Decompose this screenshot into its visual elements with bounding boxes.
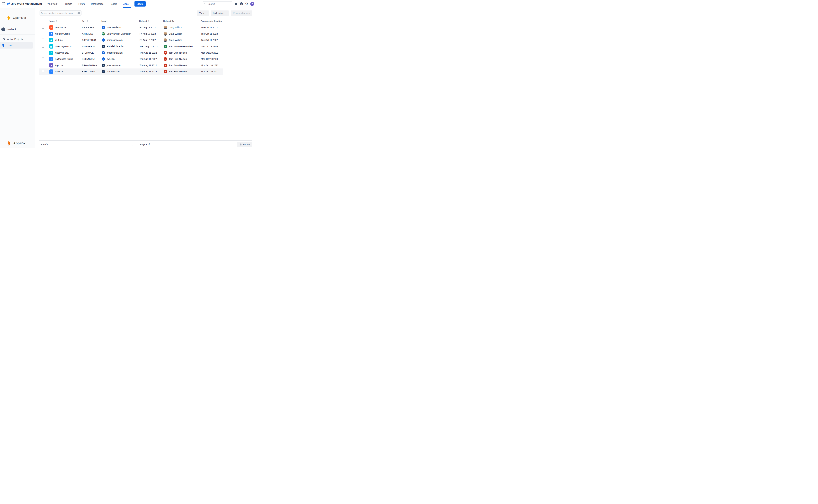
chevron-down-icon (58, 3, 60, 4)
column-header-deleted[interactable]: Deleted (137, 20, 162, 22)
header-checkbox-spacer (39, 20, 47, 22)
table-row[interactable]: ☁ Agzu Inc. BRWAAWBXA J jane.rotanson Th… (39, 62, 223, 69)
top-navigation-bar: Jira Work Management Your work Projects … (0, 0, 257, 8)
column-header-lead[interactable]: Lead (100, 20, 137, 22)
appfox-title: AppFox (13, 141, 25, 145)
help-icon[interactable]: ? (240, 2, 243, 5)
lead-name: abdullah.ibrahim (107, 45, 123, 48)
user-avatar[interactable]: JR (250, 2, 254, 6)
lead-avatar: A (102, 38, 105, 42)
table-row[interactable]: ◉ Viuf Inc. AKTVXTTMQ A amar.sundaram Fr… (39, 37, 223, 43)
column-header-name[interactable]: Name (47, 20, 80, 22)
deleted-by-name: Craig Willson (169, 26, 182, 29)
table-row[interactable]: ☺ Kaifaenate Group BRLNNMOJ E eva.lien T… (39, 56, 223, 62)
deleted-by-avatar (163, 38, 167, 42)
deleted-by-avatar: TB (163, 57, 167, 61)
nav-item-your-work[interactable]: Your work (45, 0, 62, 8)
project-key: BRJMWQEP (80, 51, 100, 54)
deleted-by-avatar (163, 32, 167, 36)
nav-item-projects[interactable]: Projects (62, 0, 76, 8)
chevron-down-icon (226, 12, 227, 13)
row-checkbox[interactable] (42, 26, 44, 29)
row-checkbox[interactable] (42, 39, 44, 41)
row-checkbox[interactable] (42, 70, 44, 73)
lead-name: taha.kandamir (107, 26, 121, 29)
clear-search-icon[interactable]: × (77, 12, 80, 14)
column-header-deleted-by[interactable]: Deleted By (162, 20, 199, 22)
permanently-deleting-date: Mon Oct 10 2022 (199, 64, 223, 67)
row-checkbox[interactable] (42, 64, 44, 66)
table-row[interactable]: ▲ Woet Ltd. BSHUZMIBJ O omar.darboe Thu … (39, 68, 223, 75)
deleted-by-name: Tom Buhl-Nielsen (169, 64, 187, 67)
export-button[interactable]: Export (237, 142, 252, 147)
row-checkbox[interactable] (42, 32, 44, 35)
trashed-projects-table: Name Key Lead Deleted Deleted By Permane… (39, 19, 223, 75)
notifications-bell-icon[interactable] (235, 2, 238, 6)
deleted-by-avatar: T (163, 45, 167, 48)
project-key: BRWAAWBXA (80, 64, 100, 67)
deleted-by-avatar: TB (163, 64, 167, 67)
folder-icon (2, 38, 5, 41)
nav-item-dashboards[interactable]: Dashboards (89, 0, 108, 8)
pagination: ← Page 1 of 1 → (131, 143, 160, 146)
project-key: BSHUZMIBJ (80, 70, 100, 73)
lead-name: amar.sundaram (107, 51, 122, 54)
table-row[interactable]: ☻ Nekguv Group AKRMGKST BW Ben Warwick-C… (39, 31, 223, 37)
project-avatar-icon: ☻ (49, 32, 53, 36)
optimizer-title: Optimizer (13, 16, 26, 20)
deleted-by-avatar (163, 26, 167, 29)
deleted-date: Thu Aug 11 2022 (137, 70, 162, 73)
trash-search-box[interactable]: × (39, 10, 81, 16)
table-header-row: Name Key Lead Deleted Deleted By Permane… (39, 19, 223, 23)
nav-item-apps[interactable]: Apps (121, 0, 133, 8)
appfox-brand: AppFox (0, 140, 35, 148)
column-header-permanently-deleting[interactable]: Permanently Deleting (199, 20, 223, 22)
trash-toolbar: × View Bulk action Review changes (39, 10, 252, 16)
settings-gear-icon[interactable]: ⚙ (245, 2, 248, 6)
global-search-input[interactable] (208, 3, 231, 5)
nav-item-filters[interactable]: Filters (76, 0, 89, 8)
sort-icon (87, 20, 88, 22)
project-key: AKRMGKST (80, 33, 100, 35)
app-switcher-icon[interactable] (2, 2, 5, 5)
trash-icon (2, 44, 5, 47)
bulk-action-button[interactable]: Bulk action (211, 10, 229, 16)
project-avatar-icon: ☁ (49, 63, 53, 67)
trash-search-input[interactable] (41, 12, 77, 14)
row-checkbox[interactable] (42, 58, 44, 60)
nav-item-people[interactable]: People (108, 0, 121, 8)
project-key: BKDVGGLMC (80, 45, 100, 48)
review-changes-button[interactable]: Review changes (231, 10, 252, 16)
deleted-date: Thu Aug 11 2022 (137, 64, 162, 67)
sidebar-item-trash[interactable]: Trash (0, 42, 33, 49)
trash-content: × View Bulk action Review changes Name K… (35, 8, 257, 148)
create-button[interactable]: Create (134, 1, 145, 7)
result-count: 1 - 8 of 8 (39, 143, 48, 146)
deleted-by-name: Craig Willson (169, 39, 182, 41)
go-back-button[interactable]: ← Go back (0, 26, 35, 33)
lead-avatar: O (102, 70, 105, 73)
next-page-arrow-icon[interactable]: → (157, 143, 160, 146)
permanently-deleting-date: Tue Oct 11 2022 (199, 39, 223, 41)
table-footer: 1 - 8 of 8 ← Page 1 of 1 → Export (39, 140, 252, 148)
column-header-key[interactable]: Key (80, 20, 100, 22)
chevron-down-icon (129, 3, 131, 4)
project-key: AKTVXTTMQ (80, 39, 100, 41)
lead-avatar: E (102, 57, 105, 61)
row-checkbox[interactable] (42, 45, 44, 48)
sidebar-item-active-projects[interactable]: Active Projects (0, 36, 33, 42)
global-search-box[interactable] (203, 1, 232, 6)
lead-name: Ben Warwick-Champion (107, 33, 131, 35)
view-button[interactable]: View (197, 10, 209, 16)
project-avatar-icon: ⚒ (49, 25, 53, 30)
permanently-deleting-date: Mon Oct 10 2022 (199, 58, 223, 60)
deleted-by-avatar: TB (163, 70, 167, 73)
project-avatar-icon: ◉ (49, 38, 53, 42)
row-checkbox[interactable] (42, 51, 44, 54)
table-row[interactable]: ⚒ Loorravi Inc. AFOLKSRS T taha.kandamir… (39, 24, 223, 31)
table-row[interactable]: ▦ Uwezozge & Co. BKDVGGLMC A abdullah.ib… (39, 43, 223, 50)
lead-name: jane.rotanson (107, 64, 120, 67)
deleted-date: Fri Aug 12 2022 (137, 39, 162, 41)
previous-page-arrow-icon[interactable]: ← (131, 143, 134, 146)
table-row[interactable]: ⚔ Nucevwe Ltd. BRJMWQEP A amar.sundaram … (39, 50, 223, 56)
